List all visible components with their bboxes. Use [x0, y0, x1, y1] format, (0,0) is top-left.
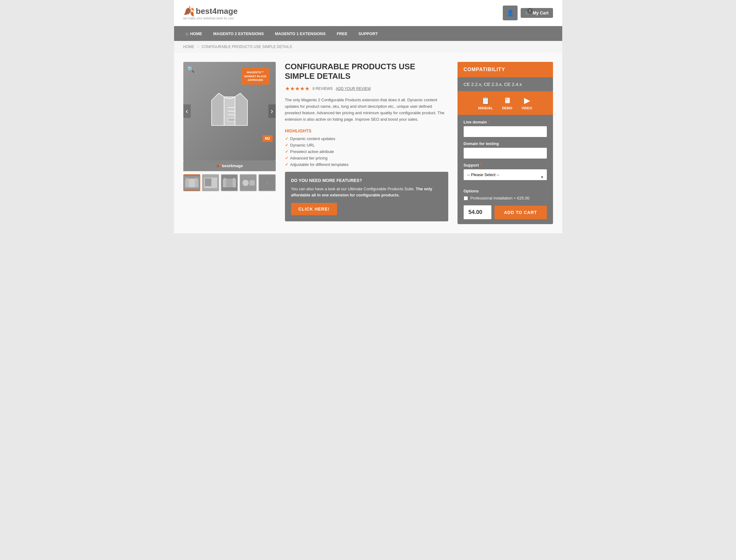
- nav-item-magento2[interactable]: MAGENTO 2 EXTENSIONS: [208, 26, 269, 41]
- options-section: Options Professional Installation + €25.…: [464, 189, 547, 200]
- svg-marker-8: [185, 177, 188, 187]
- svg-rect-13: [205, 178, 211, 186]
- highlight-2: ✓ Dynamic URL: [285, 143, 448, 147]
- user-button[interactable]: 👤: [503, 6, 518, 20]
- check-icon-1: ✓: [285, 136, 288, 141]
- professional-install-checkbox[interactable]: [464, 196, 468, 200]
- image-logo-overlay: 🍂 best4mage: [183, 160, 276, 171]
- main-nav: ⌂ HOME MAGENTO 2 EXTENSIONS MAGENTO 1 EX…: [174, 26, 562, 41]
- demo-icon: 🖥: [504, 96, 511, 105]
- thumbnail-more[interactable]: ›: [258, 174, 275, 191]
- highlight-4: ✓ Advanced tier pricing: [285, 156, 448, 160]
- professional-install-option: Professional Installation + €25.00: [464, 196, 547, 200]
- rating-row: ★★★★★ 8 REVIEWS ADD YOUR REVIEW: [285, 85, 448, 92]
- product-title: CONFIGURABLE PRODUCTS USE SIMPLE DETAILS: [285, 62, 448, 81]
- add-review-link[interactable]: ADD YOUR REVIEW: [336, 87, 371, 91]
- professional-install-label: Professional Installation + €25.00: [471, 196, 530, 200]
- header: 🍂 best4mage we make your webshop work fo…: [174, 0, 562, 26]
- doc-video[interactable]: ▶ VIDEO: [522, 96, 532, 110]
- main-content: 🔍 MAGENTO™ MARKET PLACE: [174, 53, 562, 233]
- m2-badge: M2: [262, 135, 273, 142]
- header-right: 👤 🛒 0 My Cart: [503, 6, 553, 20]
- logo-below-text: best4mage: [222, 163, 243, 168]
- check-icon-3: ✓: [285, 149, 288, 154]
- svg-rect-20: [249, 180, 255, 185]
- doc-manual[interactable]: 📋 MANUAL: [478, 96, 493, 110]
- highlight-label-5: Adjustable for different templates: [290, 162, 349, 167]
- compat-versions: CE 2.2.x, CE 2.3.x, CE 2.4.x: [458, 77, 553, 91]
- manual-icon: 📋: [481, 96, 490, 105]
- more-features-text1: You can also have a look at our Ultimate…: [291, 187, 415, 191]
- rating-stars: ★★★★★: [285, 85, 309, 92]
- purchase-form: Live domain * Domain for testing Support…: [458, 115, 553, 224]
- cart-label: My Cart: [533, 10, 548, 15]
- product-details: CONFIGURABLE PRODUCTS USE SIMPLE DETAILS…: [285, 62, 448, 224]
- nav-item-support[interactable]: SUPPORT: [353, 26, 384, 41]
- highlight-label-4: Advanced tier pricing: [290, 156, 327, 160]
- nav-item-home[interactable]: ⌂ HOME: [180, 26, 208, 41]
- nav-item-free[interactable]: FREE: [331, 26, 353, 41]
- add-to-cart-button[interactable]: ADD TO CART: [495, 206, 547, 219]
- required-star-2: *: [480, 163, 482, 167]
- highlights-title: HIGHLIGHTS: [285, 128, 448, 133]
- svg-rect-10: [188, 179, 195, 187]
- svg-marker-15: [223, 177, 226, 187]
- logo-name: best4mage: [196, 6, 238, 16]
- required-star-1: *: [488, 120, 490, 124]
- logo: 🍂 best4mage we make your webshop work fo…: [183, 6, 238, 20]
- breadcrumb: HOME → CONFIGURABLE PRODUCTS USE SIMPLE …: [174, 41, 562, 53]
- product-images: 🔍 MAGENTO™ MARKET PLACE: [183, 62, 276, 224]
- check-icon-2: ✓: [285, 143, 288, 147]
- highlight-label-2: Dynamic URL: [290, 143, 315, 147]
- svg-rect-6: [228, 118, 235, 121]
- live-domain-input[interactable]: [464, 126, 547, 137]
- nav-home-label: HOME: [190, 31, 202, 36]
- nav-item-magento1[interactable]: MAGENTO 1 EXTENSIONS: [269, 26, 331, 41]
- thumbnail-4[interactable]: [240, 174, 257, 191]
- svg-marker-16: [232, 177, 236, 187]
- more-features-title: DO YOU NEED MORE FEATURES?: [291, 178, 442, 183]
- purchase-panel: COMPATIBILITY CE 2.2.x, CE 2.3.x, CE 2.4…: [458, 62, 553, 224]
- home-icon: ⌂: [186, 31, 188, 36]
- video-icon: ▶: [524, 96, 530, 105]
- support-label: Support *: [464, 163, 547, 167]
- options-title: Options: [464, 189, 547, 193]
- nav-magento1-label: MAGENTO 1 EXTENSIONS: [275, 31, 325, 36]
- support-select[interactable]: -- Please Select -- No Support 6 Months …: [464, 169, 547, 180]
- search-icon: 🔍: [187, 66, 195, 73]
- next-image-button[interactable]: ›: [268, 104, 276, 118]
- prev-image-button[interactable]: ‹: [183, 104, 191, 118]
- highlight-3: ✓ Preselect active attribute: [285, 149, 448, 154]
- cart-icon-wrap: 🛒 0: [525, 10, 530, 15]
- doc-demo[interactable]: 🖥 DEMO: [502, 96, 512, 110]
- svg-point-19: [242, 179, 249, 186]
- svg-marker-1: [235, 93, 247, 126]
- highlight-1: ✓ Dynamic content updates: [285, 136, 448, 141]
- magento-badge: MAGENTO™ MARKET PLACE APPROVED: [241, 68, 269, 85]
- thumbnail-3[interactable]: [221, 174, 238, 191]
- add-to-cart-row: 54.00 ADD TO CART: [464, 205, 547, 219]
- video-label: VIDEO: [522, 106, 532, 110]
- svg-marker-9: [195, 177, 198, 187]
- product-description: The only Magento 2 Configurable Products…: [285, 97, 448, 123]
- docs-row: 📋 MANUAL 🖥 DEMO ▶ VIDEO: [458, 91, 553, 115]
- nav-free-label: FREE: [337, 31, 347, 36]
- more-features-text: You can also have a look at our Ultimate…: [291, 186, 442, 199]
- testing-domain-label: Domain for testing: [464, 141, 547, 146]
- manual-label: MANUAL: [478, 106, 493, 110]
- cart-button[interactable]: 🛒 0 My Cart: [521, 8, 553, 18]
- thumbnail-1[interactable]: [183, 174, 200, 191]
- nav-support-label: SUPPORT: [358, 31, 378, 36]
- highlight-label-1: Dynamic content updates: [290, 136, 335, 141]
- testing-domain-input[interactable]: [464, 148, 547, 159]
- nav-magento2-label: MAGENTO 2 EXTENSIONS: [213, 31, 264, 36]
- highlight-label-3: Preselect active attribute: [290, 149, 334, 154]
- svg-rect-17: [226, 179, 232, 187]
- logo-icon: 🍂: [183, 6, 195, 17]
- logo-tagline: we make your webshop work for you!: [183, 17, 238, 20]
- check-icon-5: ✓: [285, 162, 288, 167]
- click-here-button[interactable]: CLICK HERE!: [291, 203, 337, 215]
- support-select-wrapper: -- Please Select -- No Support 6 Months …: [464, 169, 547, 184]
- breadcrumb-home[interactable]: HOME: [183, 45, 194, 49]
- thumbnail-2[interactable]: [202, 174, 219, 191]
